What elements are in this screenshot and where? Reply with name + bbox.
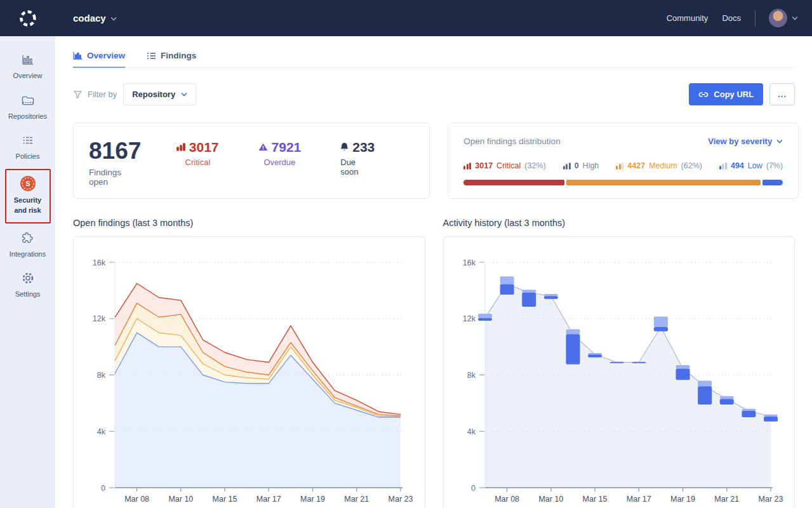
severity-distribution-bar — [463, 180, 783, 185]
findings-open-value: 8167 — [89, 139, 141, 163]
nav-link-docs[interactable]: Docs — [722, 13, 741, 23]
sidebar-item-integrations[interactable]: Integrations — [0, 225, 55, 265]
copy-url-button[interactable]: Copy URL — [689, 83, 763, 105]
stat-due-soon: 233 Due soon — [340, 139, 375, 177]
nav-link-community[interactable]: Community — [667, 13, 709, 23]
security-badge-icon: S — [20, 175, 36, 192]
severity-bars-icon — [719, 163, 727, 170]
distribution-segment — [566, 180, 761, 185]
tabs-bar: Overview Findings — [73, 36, 795, 68]
bar-chart-icon — [73, 51, 83, 60]
svg-text:4k: 4k — [467, 427, 476, 436]
svg-text:4k: 4k — [97, 427, 106, 436]
distribution-segment — [762, 180, 783, 185]
open-findings-chart: 04k8k12k16kMar 08Mar 10Mar 15Mar 17Mar 1… — [74, 237, 425, 508]
svg-text:Mar 08: Mar 08 — [495, 495, 519, 504]
org-name: codacy — [73, 13, 106, 23]
svg-text:Mar 21: Mar 21 — [714, 495, 739, 504]
svg-text:S: S — [25, 180, 30, 187]
active-item-annotation: S Security and risk — [5, 169, 51, 224]
severity-bars-icon — [463, 163, 471, 170]
gear-icon — [20, 271, 36, 286]
tab-overview[interactable]: Overview — [73, 51, 125, 68]
legend-item-high: 0 High — [563, 161, 599, 170]
puzzle-icon — [20, 231, 36, 246]
svg-text:0: 0 — [471, 484, 476, 493]
activity-history-chart-title: Activity history (last 3 months) — [443, 218, 795, 228]
legend-item-critical: 3017 Critical (32%) — [463, 161, 545, 170]
findings-summary-card: 8167 Findings open 3017 Critical — [73, 123, 430, 199]
filter-bar: Filter by Repository Copy URL ... — [73, 83, 795, 105]
svg-text:16k: 16k — [462, 258, 476, 267]
svg-text:12k: 12k — [462, 314, 476, 323]
chevron-down-icon — [110, 17, 117, 21]
link-icon — [698, 91, 709, 98]
list-icon — [20, 133, 36, 148]
svg-text:Mar 17: Mar 17 — [256, 495, 281, 504]
svg-text:Mar 17: Mar 17 — [626, 495, 651, 504]
svg-text:Mar 19: Mar 19 — [300, 495, 325, 504]
tab-findings[interactable]: Findings — [147, 51, 196, 68]
activity-history-chart: 04k8k12k16kMar 08Mar 10Mar 15Mar 17Mar 1… — [444, 237, 795, 508]
funnel-icon — [73, 90, 83, 99]
svg-text:Mar 23: Mar 23 — [389, 495, 413, 504]
open-findings-chart-card: 04k8k12k16kMar 08Mar 10Mar 15Mar 17Mar 1… — [73, 236, 425, 508]
svg-text:0: 0 — [101, 484, 105, 493]
chevron-down-icon — [181, 92, 187, 97]
bar-chart-icon — [20, 52, 36, 67]
activity-history-chart-card: 04k8k12k16kMar 08Mar 10Mar 15Mar 17Mar 1… — [443, 236, 795, 508]
svg-text:8k: 8k — [467, 371, 476, 380]
open-findings-distribution-card: Open findings distribution View by sever… — [448, 123, 799, 199]
view-by-severity-dropdown[interactable]: View by severity — [708, 137, 783, 146]
legend-item-medium: 4427 Medium (62%) — [616, 161, 702, 170]
svg-text:8k: 8k — [97, 371, 106, 380]
svg-text:16k: 16k — [93, 258, 106, 267]
svg-text:Mar 08: Mar 08 — [124, 495, 149, 504]
chevron-down-icon — [776, 139, 783, 144]
sidebar-item-settings[interactable]: Settings — [0, 265, 55, 305]
svg-text:Mar 19: Mar 19 — [670, 495, 695, 504]
severity-bars-icon — [176, 143, 185, 151]
avatar[interactable] — [769, 10, 787, 27]
svg-text:Mar 21: Mar 21 — [344, 495, 369, 504]
findings-open-total: 8167 Findings open — [89, 139, 141, 187]
top-navbar: codacy Community Docs — [0, 0, 812, 36]
nav-divider — [755, 10, 755, 27]
open-findings-chart-title: Open findings (last 3 months) — [73, 218, 425, 228]
distribution-title: Open findings distribution — [463, 137, 560, 146]
more-actions-button[interactable]: ... — [769, 83, 795, 105]
legend-item-low: 494 Low (7%) — [719, 161, 783, 170]
folder-icon — [20, 93, 36, 108]
repository-filter-dropdown[interactable]: Repository — [123, 83, 196, 105]
svg-text:Mar 15: Mar 15 — [213, 495, 237, 504]
warning-triangle-icon — [258, 143, 268, 151]
severity-bars-icon — [616, 163, 623, 170]
sidebar-item-security-and-risk[interactable]: S Security and risk — [6, 170, 50, 222]
user-menu[interactable] — [769, 10, 798, 27]
findings-open-label: Findings open — [89, 168, 141, 187]
chevron-down-icon — [792, 16, 798, 20]
svg-text:Mar 10: Mar 10 — [168, 495, 193, 504]
org-switcher[interactable]: codacy — [73, 13, 117, 23]
sidebar-item-repositories[interactable]: Repositories — [0, 87, 55, 128]
svg-text:Mar 10: Mar 10 — [538, 495, 563, 504]
severity-legend: 3017 Critical (32%) 0 High 4427 Medium (… — [463, 161, 783, 170]
sidebar-item-policies[interactable]: Policies — [0, 127, 55, 168]
filter-by-label: Filter by — [73, 90, 117, 99]
main-content: Overview Findings Filter by Repository — [55, 36, 812, 508]
sidebar-item-overview[interactable]: Overview — [0, 46, 55, 87]
svg-text:Mar 15: Mar 15 — [582, 495, 607, 504]
codacy-logo-icon[interactable] — [0, 9, 55, 28]
bell-icon — [340, 142, 349, 152]
stat-critical: 3017 Critical — [176, 139, 218, 167]
svg-text:Mar 23: Mar 23 — [758, 495, 783, 504]
stat-overdue: 7921 Overdue — [258, 139, 302, 167]
sidebar: Overview Repositories Policies S Securit… — [0, 36, 55, 508]
svg-text:12k: 12k — [93, 314, 106, 323]
distribution-segment — [463, 180, 564, 185]
list-icon — [147, 52, 156, 60]
severity-bars-icon — [563, 163, 571, 170]
